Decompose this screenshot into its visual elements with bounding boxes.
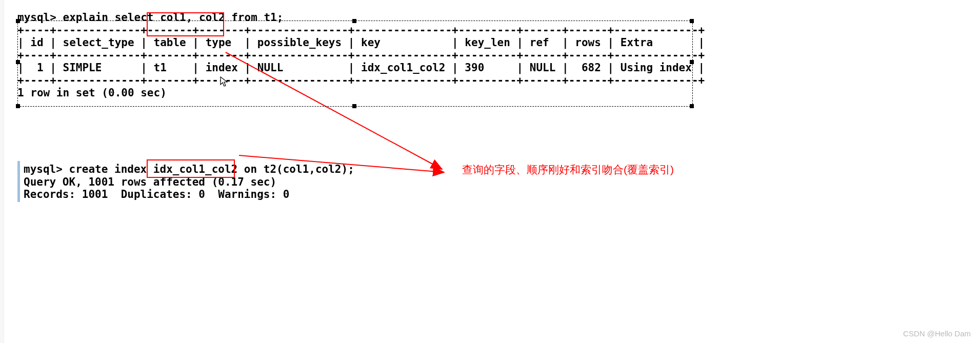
sql-line: mysql> create index idx_col1_col2 on t2(… (24, 163, 354, 175)
selection-handle (16, 60, 20, 64)
sql-line: +----+-------------+-------+-------+----… (17, 49, 705, 62)
selection-handle (690, 19, 694, 23)
selection-handle (352, 104, 356, 108)
watermark-text: CSDN @Hello Dam (903, 329, 971, 338)
selection-handle (690, 60, 694, 64)
sql-line: +----+-------------+-------+-------+----… (17, 24, 705, 36)
sql-line: | id | select_type | table | type | poss… (17, 36, 705, 49)
selection-handle (16, 19, 20, 23)
gutter-bar (0, 0, 4, 343)
annotation-label: 查询的字段、顺序刚好和索引吻合(覆盖索引) (462, 163, 674, 177)
selection-handle (690, 104, 694, 108)
sql-line: | 1 | SIMPLE | t1 | index | NULL | idx_c… (17, 62, 705, 74)
sql-line: Query OK, 1001 rows affected (0.17 sec) (24, 176, 276, 188)
sql-line: 1 row in set (0.00 sec) (17, 87, 167, 99)
explain-output-block: mysql> explain select col1, col2 from t1… (17, 11, 694, 99)
sql-line: +----+-------------+-------+-------+----… (17, 74, 705, 87)
sql-line: Records: 1001 Duplicates: 0 Warnings: 0 (24, 188, 289, 200)
sql-line: mysql> explain select col1, col2 from t1… (17, 11, 283, 24)
selection-handle (16, 104, 20, 108)
selection-handle (352, 19, 356, 23)
